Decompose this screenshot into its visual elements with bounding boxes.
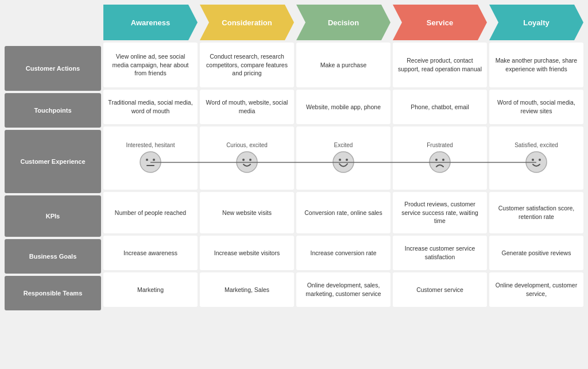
stage-col-loyalty: LoyaltyMake another purchase, share expe… (489, 5, 583, 364)
label-column: Customer Actions Touchpoints Customer Ex… (5, 46, 101, 364)
touchpoints-awareness: Traditional media, social media, word of… (103, 90, 198, 124)
label-touchpoints: Touchpoints (5, 93, 101, 128)
svg-point-8 (339, 159, 341, 161)
emotion-face-service (428, 151, 451, 175)
svg-point-0 (140, 152, 161, 172)
svg-point-11 (435, 159, 438, 161)
kpis-awareness: Number of people reached (103, 192, 198, 233)
svg-point-15 (539, 159, 541, 161)
stage-header-service: Service (393, 5, 487, 40)
kpis-service: Product reviews, customer service succes… (393, 192, 487, 233)
emotion-text-consideration: Curious, excited (226, 142, 268, 148)
kpis-consideration: New website visits (200, 192, 294, 233)
actions-consideration: Conduct research, research competitors, … (200, 43, 294, 87)
svg-point-9 (346, 159, 348, 161)
label-experience: Customer Experience (5, 130, 101, 193)
emotion-face-decision (332, 151, 355, 175)
actions-decision: Make a purchase (296, 43, 390, 87)
emotion-text-awareness: Interested, hesitant (126, 142, 175, 148)
stage-col-awareness: AwarenessView online ad, see social medi… (103, 5, 198, 364)
stage-header-consideration: Consideration (200, 5, 294, 40)
emotion-face-awareness (139, 151, 162, 175)
teams-consideration: Marketing, Sales (200, 272, 294, 307)
stage-col-decision: DecisionMake a purchaseWebsite, mobile a… (296, 5, 390, 364)
journey-map: Customer Actions Touchpoints Customer Ex… (0, 0, 588, 369)
teams-decision: Online development, sales, marketing, cu… (296, 272, 390, 307)
emotion-awareness: Interested, hesitant (103, 126, 198, 190)
stage-header-awareness: Awareness (103, 5, 198, 40)
svg-point-10 (430, 152, 450, 172)
emotion-text-decision: Excited (334, 142, 353, 148)
emotion-consideration: Curious, excited (200, 126, 294, 190)
actions-loyalty: Make another purchase, share experience … (489, 43, 583, 87)
teams-service: Customer service (393, 272, 487, 307)
label-goals: Business Goals (5, 239, 101, 274)
svg-point-5 (242, 159, 245, 161)
stage-col-consideration: ConsiderationConduct research, research … (200, 5, 294, 364)
emotion-service: Frustrated (393, 126, 487, 190)
emotion-face-consideration (235, 151, 258, 175)
emotion-face-loyalty (525, 151, 548, 175)
label-kpis: KPIs (5, 195, 101, 237)
stage-header-loyalty: Loyalty (489, 5, 583, 40)
actions-awareness: View online ad, see social media campaig… (103, 43, 198, 87)
goals-consideration: Increase website visitors (200, 236, 294, 270)
touchpoints-consideration: Word of mouth, website, social media (200, 90, 294, 124)
goals-loyalty: Generate positive reviews (489, 236, 583, 270)
kpis-loyalty: Customer satisfaction score, retention r… (489, 192, 583, 233)
svg-point-13 (526, 152, 547, 172)
touchpoints-decision: Website, mobile app, phone (296, 90, 390, 124)
touchpoints-service: Phone, chatbot, email (393, 90, 487, 124)
emotion-text-loyalty: Satisfied, excited (514, 142, 558, 148)
stages-wrapper: AwarenessView online ad, see social medi… (103, 5, 583, 364)
label-teams: Responsible Teams (5, 276, 101, 310)
emotion-loyalty: Satisfied, excited (489, 126, 583, 190)
goals-awareness: Increase awareness (103, 236, 198, 270)
svg-point-12 (442, 159, 444, 161)
actions-service: Receive product, contact support, read o… (393, 43, 487, 87)
svg-point-2 (153, 159, 155, 161)
stage-col-service: ServiceReceive product, contact support,… (393, 5, 487, 364)
svg-point-14 (532, 159, 534, 161)
touchpoints-loyalty: Word of mouth, social media, review site… (489, 90, 583, 124)
svg-point-1 (146, 159, 148, 161)
svg-point-4 (237, 152, 257, 172)
label-customer-actions: Customer Actions (5, 46, 101, 91)
kpis-decision: Conversion rate, online sales (296, 192, 390, 233)
teams-loyalty: Online development, customer service, (489, 272, 583, 307)
svg-point-7 (333, 152, 354, 172)
goals-service: Increase customer service satisfaction (393, 236, 487, 270)
emotion-decision: Excited (296, 126, 390, 190)
teams-awareness: Marketing (103, 272, 198, 307)
svg-point-6 (249, 159, 252, 161)
goals-decision: Increase conversion rate (296, 236, 390, 270)
emotion-text-service: Frustrated (427, 142, 453, 148)
stage-header-decision: Decision (296, 5, 390, 40)
